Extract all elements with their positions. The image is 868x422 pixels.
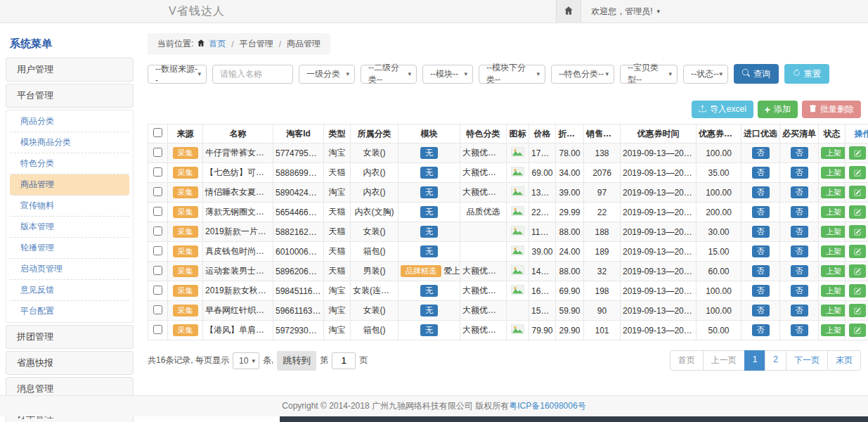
sidebar-subitem-平台配置[interactable]: 平台配置 — [10, 301, 129, 321]
row-checkbox[interactable] — [153, 286, 162, 295]
status-badge[interactable]: 上架 — [821, 147, 846, 159]
product-thumbnail[interactable] — [511, 285, 524, 297]
product-thumbnail[interactable] — [511, 265, 524, 277]
icp-link[interactable]: 粤ICP备16098006号 — [509, 400, 585, 412]
name-search-input[interactable] — [212, 65, 293, 84]
must-buy-badge[interactable]: 否 — [791, 324, 808, 336]
product-thumbnail[interactable] — [511, 147, 524, 159]
filter-select-status[interactable]: --状态--▾ — [683, 65, 728, 84]
product-thumbnail[interactable] — [511, 324, 524, 336]
row-checkbox[interactable] — [153, 187, 162, 196]
sidebar-item-用户管理[interactable]: 用户管理 — [6, 58, 134, 82]
home-button[interactable] — [556, 0, 581, 23]
status-badge[interactable]: 上架 — [821, 324, 846, 336]
sidebar-subitem-轮播管理[interactable]: 轮播管理 — [10, 238, 129, 259]
must-buy-badge[interactable]: 否 — [791, 305, 808, 316]
jump-page-input[interactable] — [332, 352, 356, 369]
filter-select-feature-category[interactable]: --特色分类--▾ — [551, 65, 614, 84]
reset-button[interactable]: 重置 — [784, 64, 829, 84]
status-badge[interactable]: 上架 — [821, 206, 846, 218]
sidebar-subitem-启动页管理[interactable]: 启动页管理 — [10, 259, 129, 280]
sidebar-subitem-商品分类[interactable]: 商品分类 — [10, 111, 129, 132]
must-buy-badge[interactable]: 否 — [791, 226, 808, 238]
filter-select-level1-category[interactable]: 一级分类▾ — [299, 65, 355, 84]
status-badge[interactable]: 上架 — [821, 186, 846, 198]
filter-select-module[interactable]: --模块--▾ — [422, 65, 473, 84]
select-all-checkbox[interactable] — [153, 128, 162, 137]
breadcrumb-home-link[interactable]: 首页 — [209, 38, 226, 50]
product-thumbnail[interactable] — [511, 226, 524, 238]
imported-badge[interactable]: 否 — [752, 147, 770, 159]
page-button-2[interactable]: 2 — [765, 350, 786, 371]
imported-badge[interactable]: 否 — [752, 245, 770, 257]
imported-badge[interactable]: 否 — [752, 265, 770, 277]
sidebar-subitem-模块商品分类[interactable]: 模块商品分类 — [10, 132, 129, 153]
product-thumbnail[interactable] — [511, 167, 524, 179]
row-checkbox[interactable] — [153, 266, 162, 275]
row-checkbox[interactable] — [153, 305, 162, 314]
must-buy-badge[interactable]: 否 — [791, 147, 808, 159]
sidebar-item-拼团管理[interactable]: 拼团管理 — [6, 325, 134, 349]
status-badge[interactable]: 上架 — [821, 265, 846, 277]
status-badge[interactable]: 上架 — [821, 167, 846, 179]
sidebar-subitem-宣传物料[interactable]: 宣传物料 — [10, 196, 129, 217]
imported-badge[interactable]: 否 — [752, 305, 770, 316]
sidebar-subitem-商品管理[interactable]: 商品管理 — [10, 174, 129, 196]
page-button-首页[interactable]: 首页 — [670, 350, 704, 371]
add-button[interactable]: + 添加 — [758, 101, 798, 118]
search-button[interactable]: 查询 — [734, 64, 779, 84]
status-badge[interactable]: 上架 — [821, 305, 846, 316]
row-checkbox[interactable] — [153, 167, 162, 177]
imported-badge[interactable]: 否 — [752, 226, 770, 238]
filter-select-module-sub-category[interactable]: --模块下分类--▾ — [479, 65, 545, 84]
page-button-上一页[interactable]: 上一页 — [703, 350, 745, 371]
edit-button[interactable] — [849, 225, 866, 238]
imported-badge[interactable]: 否 — [752, 167, 770, 179]
must-buy-badge[interactable]: 否 — [791, 245, 808, 257]
sidebar-subitem-特色分类[interactable]: 特色分类 — [10, 153, 129, 174]
page-button-1[interactable]: 1 — [744, 350, 766, 371]
status-badge[interactable]: 上架 — [821, 245, 846, 257]
filter-select-level2-category[interactable]: --二级分类--▾ — [361, 65, 417, 84]
imported-badge[interactable]: 否 — [752, 285, 770, 297]
edit-button[interactable] — [849, 264, 866, 278]
row-checkbox[interactable] — [153, 207, 162, 216]
jump-button[interactable]: 跳转到 — [277, 351, 316, 371]
edit-button[interactable] — [849, 324, 866, 337]
edit-button[interactable] — [849, 284, 866, 298]
row-checkbox[interactable] — [153, 325, 162, 334]
filter-select-data-source[interactable]: --数据来源--▾ — [148, 65, 207, 84]
page-button-末页[interactable]: 末页 — [827, 350, 861, 371]
row-checkbox[interactable] — [153, 148, 162, 157]
user-menu[interactable]: 欢迎您，管理员! ▾ — [581, 6, 670, 18]
status-badge[interactable]: 上架 — [821, 285, 846, 297]
product-thumbnail[interactable] — [511, 206, 524, 218]
imported-badge[interactable]: 否 — [752, 186, 770, 198]
edit-button[interactable] — [849, 304, 866, 317]
sidebar-item-平台管理[interactable]: 平台管理 — [6, 84, 134, 108]
must-buy-badge[interactable]: 否 — [791, 167, 808, 179]
filter-select-item-type[interactable]: --宝贝类型--▾ — [620, 65, 678, 84]
imported-badge[interactable]: 否 — [752, 206, 770, 218]
batch-delete-button[interactable]: 批量删除 — [802, 101, 861, 118]
edit-button[interactable] — [849, 186, 866, 199]
sidebar-subitem-版本管理[interactable]: 版本管理 — [10, 217, 129, 238]
must-buy-badge[interactable]: 否 — [791, 265, 808, 277]
edit-button[interactable] — [849, 205, 866, 219]
must-buy-badge[interactable]: 否 — [791, 285, 808, 297]
must-buy-badge[interactable]: 否 — [791, 206, 808, 218]
row-checkbox[interactable] — [153, 246, 162, 255]
edit-button[interactable] — [849, 146, 866, 160]
edit-button[interactable] — [849, 166, 866, 179]
imported-badge[interactable]: 否 — [752, 324, 770, 336]
sidebar-item-省惠快报[interactable]: 省惠快报 — [6, 351, 134, 375]
edit-button[interactable] — [849, 245, 866, 258]
must-buy-badge[interactable]: 否 — [791, 186, 808, 198]
page-button-下一页[interactable]: 下一页 — [786, 350, 828, 371]
product-thumbnail[interactable] — [511, 245, 524, 257]
product-thumbnail[interactable] — [511, 186, 524, 198]
status-badge[interactable]: 上架 — [821, 226, 846, 238]
row-checkbox[interactable] — [153, 226, 162, 236]
page-size-select[interactable]: 10 ▾ — [233, 352, 259, 369]
sidebar-subitem-意见反馈[interactable]: 意见反馈 — [10, 280, 129, 301]
